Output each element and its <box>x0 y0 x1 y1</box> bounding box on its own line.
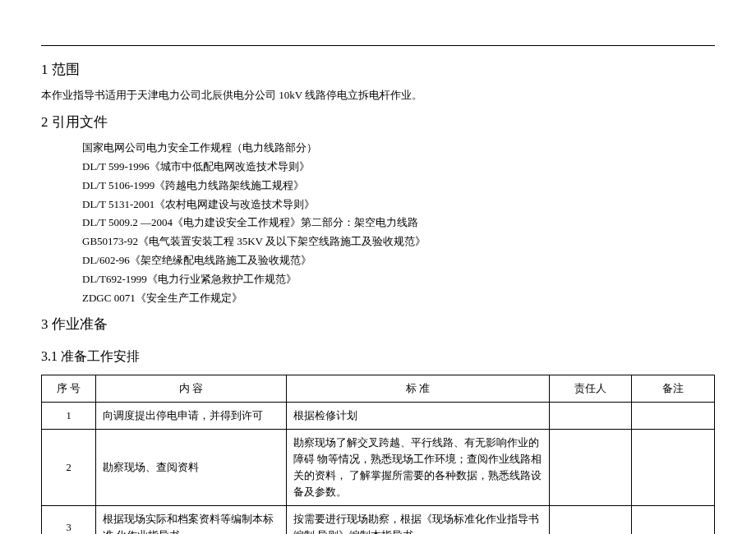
cell-resp <box>549 430 632 506</box>
col-note: 备注 <box>632 375 715 403</box>
table-row: 3 根据现场实际和档案资料等编制本标准 化作业指导书 按需要进行现场勘察，根据《… <box>42 506 715 534</box>
col-seq: 序 号 <box>42 375 96 403</box>
reference-item: GB50173-92《电气装置安装工程 35KV 及以下架空线路施工及验收规范》 <box>82 233 715 251</box>
preparation-table: 序 号 内 容 标 准 责任人 备注 1 向调度提出停电申请，并得到许可 根据检… <box>41 375 715 534</box>
table-row: 2 勘察现场、查阅资料 勘察现场了解交叉跨越、平行线路、有无影响作业的障碍 物等… <box>42 430 715 506</box>
reference-item: DL/T692-1999《电力行业紧急救护工作规范》 <box>82 271 715 288</box>
section-1-heading: 1 范围 <box>41 58 715 81</box>
col-resp: 责任人 <box>549 375 632 403</box>
cell-content: 向调度提出停电申请，并得到许可 <box>96 403 286 430</box>
section-3-heading: 3 作业准备 <box>41 313 715 335</box>
cell-seq: 2 <box>42 430 96 506</box>
reference-item: DL/602-96《架空绝缘配电线路施工及验收规范》 <box>82 252 715 269</box>
section-1-body: 本作业指导书适用于天津电力公司北辰供电分公司 10kV 线路停电立拆电杆作业。 <box>41 87 715 104</box>
table-row: 1 向调度提出停电申请，并得到许可 根据检修计划 <box>42 403 715 430</box>
reference-item: DL/T 5131-2001《农村电网建设与改造技术导则》 <box>82 196 715 214</box>
cell-standard: 根据检修计划 <box>286 403 549 430</box>
cell-note <box>632 506 715 534</box>
reference-item: DL/T 5106-1999《跨越电力线路架线施工规程》 <box>82 177 715 195</box>
reference-item: DL/T 5009.2 —2004《电力建设安全工作规程》第二部分：架空电力线路 <box>82 214 715 232</box>
cell-content: 根据现场实际和档案资料等编制本标准 化作业指导书 <box>96 506 286 534</box>
cell-note <box>632 430 715 506</box>
reference-list: 国家电网公司电力安全工作规程（电力线路部分） DL/T 599-1996《城市中… <box>82 140 715 306</box>
cell-resp <box>549 403 632 430</box>
cell-resp <box>549 506 632 534</box>
cell-content: 勘察现场、查阅资料 <box>96 430 286 506</box>
document-page: 1 范围 本作业指导书适用于天津电力公司北辰供电分公司 10kV 线路停电立拆电… <box>0 0 756 534</box>
col-content: 内 容 <box>96 375 286 403</box>
reference-item: ZDGC 0071《安全生产工作规定》 <box>82 290 715 307</box>
reference-item: DL/T 599-1996《城市中低配电网改造技术导则》 <box>82 159 715 176</box>
cell-standard: 勘察现场了解交叉跨越、平行线路、有无影响作业的障碍 物等情况，熟悉现场工作环境；… <box>286 430 549 506</box>
cell-standard: 按需要进行现场勘察，根据《现场标准化作业指导书编制 导则》编制本指导书 <box>286 506 549 534</box>
reference-item: 国家电网公司电力安全工作规程（电力线路部分） <box>82 140 715 157</box>
section-3-1-heading: 3.1 准备工作安排 <box>41 346 715 367</box>
cell-seq: 3 <box>42 506 96 534</box>
top-horizontal-rule <box>41 45 715 46</box>
cell-note <box>632 403 715 430</box>
col-standard: 标 准 <box>286 375 549 403</box>
cell-seq: 1 <box>42 403 96 430</box>
table-header-row: 序 号 内 容 标 准 责任人 备注 <box>42 375 715 403</box>
section-2-heading: 2 引用文件 <box>41 111 715 133</box>
